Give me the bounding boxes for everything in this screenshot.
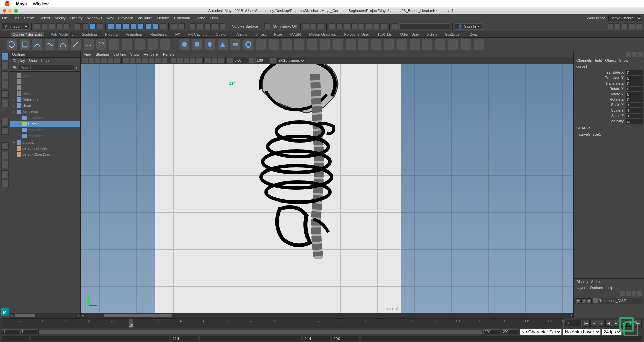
- shelf-tab-arnold[interactable]: Arnold: [234, 32, 249, 37]
- channel-value-field[interactable]: 1: [626, 108, 643, 113]
- anim-layer-dropdown[interactable]: No Anim Layer: [563, 329, 601, 335]
- expand-icon[interactable]: +: [12, 98, 15, 102]
- render-frame-icon[interactable]: [303, 23, 309, 29]
- shelf-tab-zync[interactable]: Zync: [468, 32, 480, 37]
- layout-two-v-icon[interactable]: [1, 170, 9, 178]
- panel-layout3-icon[interactable]: [344, 23, 350, 29]
- vp-exposure-field[interactable]: [234, 58, 248, 63]
- shelf-tab-fxcaching[interactable]: FX Caching: [186, 32, 210, 37]
- cb-tab-object[interactable]: Object: [605, 58, 616, 62]
- character-set-dropdown[interactable]: No Character Set: [520, 329, 562, 335]
- vp-grid-icon[interactable]: [123, 58, 129, 63]
- undo-icon[interactable]: [56, 23, 62, 29]
- history-output-icon[interactable]: [219, 23, 225, 29]
- outliner-node-defaultlightset[interactable]: defaultLightSet: [10, 145, 80, 151]
- snap-grid-icon[interactable]: [108, 23, 114, 29]
- mac-app-name[interactable]: Maya: [16, 1, 27, 6]
- layer-new-selected-icon[interactable]: [637, 291, 642, 296]
- command-field[interactable]: [31, 336, 169, 341]
- vp-lock-camera-icon[interactable]: [89, 58, 94, 63]
- open-close-icon[interactable]: [435, 39, 445, 50]
- symmetry-icon[interactable]: [264, 23, 270, 29]
- shelf-tab-custom[interactable]: Custom: [214, 32, 230, 37]
- hypershade-icon[interactable]: [615, 23, 621, 29]
- outliner-node-reference[interactable]: +Reference: [10, 97, 80, 103]
- minimize-window-icon[interactable]: [8, 9, 12, 13]
- square-surface-icon[interactable]: [333, 39, 343, 50]
- nurbs-square-icon[interactable]: [20, 39, 30, 50]
- signin-button[interactable]: 👤 Sign In ▾: [455, 23, 482, 30]
- channel-row[interactable]: Rotate Y0: [574, 92, 644, 97]
- shelf-tab-rendering[interactable]: Rendering: [148, 32, 169, 37]
- menu-deform[interactable]: Deform: [157, 16, 169, 20]
- layout-four-icon[interactable]: [1, 152, 9, 159]
- menu-set-dropdown[interactable]: Animation: [2, 23, 29, 30]
- boundary-icon[interactable]: [320, 39, 330, 50]
- vp-resolution-gate-icon[interactable]: [136, 58, 141, 63]
- lasso-select-icon[interactable]: [82, 23, 88, 29]
- detach-surface-icon[interactable]: [422, 39, 432, 50]
- panel-layout4-icon[interactable]: [351, 23, 357, 29]
- vp-viewtransform-icon[interactable]: [270, 58, 276, 63]
- anim-end-field[interactable]: [502, 329, 518, 334]
- viewport-menu-shading[interactable]: Shading: [96, 52, 109, 56]
- snap-center-icon[interactable]: [153, 23, 159, 29]
- command-input[interactable]: [399, 23, 450, 29]
- insert-knot-icon[interactable]: [135, 39, 145, 50]
- select-mode-icon[interactable]: [75, 23, 81, 29]
- cb-object-name[interactable]: curve1: [574, 63, 644, 69]
- vp-shadows-icon[interactable]: [196, 58, 202, 63]
- project-curve-icon[interactable]: [358, 39, 368, 50]
- channel-row[interactable]: Rotate Z0: [574, 97, 644, 102]
- birail-icon[interactable]: [307, 39, 317, 50]
- outliner-node-ffd2lattice[interactable]: ffd2Lattice: [10, 127, 80, 133]
- shelf-tab-rigging[interactable]: Rigging: [103, 32, 120, 37]
- loft-icon[interactable]: [269, 39, 279, 50]
- viewport-menu-lighting[interactable]: Lighting: [113, 52, 126, 56]
- outliner-node-old_head[interactable]: +old_Head: [10, 109, 80, 115]
- menu-edit[interactable]: Edit: [13, 16, 19, 20]
- menu-visualize[interactable]: Visualize: [138, 16, 153, 20]
- shelf-tab-mash[interactable]: MASH: [288, 32, 303, 37]
- maximize-window-icon[interactable]: [14, 9, 18, 13]
- panel-layout5-icon[interactable]: [359, 23, 365, 29]
- attach-surface-icon[interactable]: [410, 39, 420, 50]
- two-point-arc-icon[interactable]: [96, 39, 106, 50]
- snap-point-icon[interactable]: [123, 23, 129, 29]
- detach-curve-icon[interactable]: [122, 39, 132, 50]
- history-input-icon[interactable]: [212, 23, 218, 29]
- new-scene-icon[interactable]: [34, 23, 40, 29]
- current-time-marker[interactable]: 28: [129, 319, 133, 328]
- channel-row[interactable]: Scale Y1: [574, 108, 644, 113]
- viewport-menu-renderer[interactable]: Renderer: [143, 52, 159, 56]
- vp-film-gate-icon[interactable]: [130, 58, 135, 63]
- vp-imageplane-icon[interactable]: [101, 58, 107, 63]
- vp-safe-title-icon[interactable]: [162, 58, 167, 63]
- snap-curve-icon[interactable]: [116, 23, 122, 29]
- cb-shape-name[interactable]: curveShape1: [574, 131, 644, 137]
- soft-select-icon[interactable]: [1, 127, 9, 135]
- nurbs-plane-icon[interactable]: [230, 39, 240, 50]
- layout-single-icon[interactable]: [1, 142, 9, 150]
- vp-bookmark-icon[interactable]: [95, 58, 100, 63]
- outliner-menu-show[interactable]: Show: [28, 59, 38, 63]
- open-scene-icon[interactable]: [41, 23, 47, 29]
- cb-btab-display[interactable]: Display: [576, 280, 588, 284]
- go-to-start-icon[interactable]: |◂◂: [583, 320, 590, 327]
- sculpt-surface-icon[interactable]: [461, 39, 471, 50]
- vp-gamma-icon[interactable]: [249, 58, 254, 63]
- attach-curve-icon[interactable]: [109, 39, 119, 50]
- time-slider[interactable]: 28 5101520253035404550556065707580859095…: [0, 318, 644, 329]
- viewport-canvas[interactable]: side -Z 114 Y: [81, 64, 573, 313]
- outliner-node-front[interactable]: front: [10, 85, 80, 91]
- vp-smooth-shade-icon[interactable]: [177, 58, 183, 63]
- bezier-curve-icon[interactable]: [58, 39, 68, 50]
- revolve-icon[interactable]: [256, 39, 266, 50]
- ep-curve-icon[interactable]: [32, 39, 42, 50]
- layer-new-empty-icon[interactable]: [632, 291, 636, 296]
- outliner-menu-help[interactable]: Help: [41, 59, 49, 63]
- ipr-render-icon[interactable]: [311, 23, 317, 29]
- cv-curve-icon[interactable]: [45, 39, 55, 50]
- shelf-tab-turtle[interactable]: TURTLE: [375, 32, 394, 37]
- lasso-tool-icon[interactable]: [1, 62, 9, 69]
